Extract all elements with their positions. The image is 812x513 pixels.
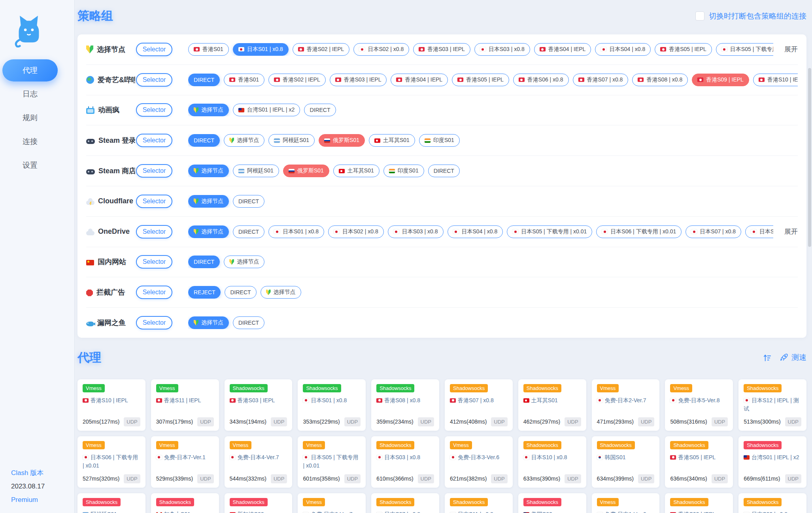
selector-type-button[interactable]: Selector — [136, 43, 172, 56]
proxy-chip[interactable]: DIRECT — [225, 286, 256, 299]
sidebar-item-设置[interactable]: 设置 — [2, 154, 58, 176]
proxy-chip[interactable]: 香港S06 | x0.8 — [513, 74, 569, 86]
proxy-chip[interactable]: 香港S08 | x0.8 — [632, 74, 688, 86]
selector-type-button[interactable]: Selector — [136, 286, 172, 299]
proxy-card[interactable]: Shadowsocks 日本S07 | x0.8 UDP — [371, 493, 439, 513]
proxy-chip[interactable]: 香港S05 | IEPL — [452, 74, 509, 86]
proxy-chip[interactable]: 阿根廷S01 — [233, 165, 279, 177]
proxy-card[interactable]: Vmess 香港S11 | IEPL 307ms(179ms) UDP — [151, 379, 219, 431]
proxy-chip[interactable]: DIRECT — [233, 195, 264, 208]
interrupt-checkbox[interactable] — [695, 11, 704, 21]
proxy-chip[interactable]: 日本S02 | x0.8 — [353, 43, 409, 56]
proxy-card[interactable]: Vmess 日本S05 | 下载专用 | x0.01 601ms(358ms) … — [298, 436, 366, 488]
proxy-card[interactable]: Shadowsocks 日本S01 | x0.8 353ms(229ms) UD… — [298, 379, 366, 431]
selector-type-button[interactable]: Selector — [136, 164, 172, 178]
proxy-card[interactable]: Shadowsocks 台湾S01 | IEPL | x2 669ms(611m… — [738, 436, 806, 488]
selector-type-button[interactable]: Selector — [136, 195, 172, 208]
proxy-card[interactable]: Shadowsocks 香港S05 | IEPL 636ms(340ms) UD… — [665, 436, 733, 488]
proxy-chip[interactable]: 日本S04 | x0.8 — [448, 225, 503, 238]
proxy-chip[interactable]: 选择节点 — [188, 225, 229, 238]
proxy-chip[interactable]: 日本S02 | x0.8 — [328, 225, 384, 238]
proxy-chip[interactable]: 印度S01 — [383, 165, 424, 177]
proxy-card[interactable]: Vmess 香港S10 | IEPL 205ms(127ms) UDP — [77, 379, 145, 431]
proxy-card[interactable]: Vmess 免费-日本4-Ver.7 544ms(332ms) UDP — [225, 436, 293, 488]
proxy-chip[interactable]: 香港S03 | IEPL — [330, 74, 387, 86]
proxy-chip[interactable]: 选择节点 — [261, 286, 301, 299]
selector-type-button[interactable]: Selector — [136, 316, 172, 329]
proxy-chip[interactable]: DIRECT — [428, 165, 460, 177]
proxy-card[interactable]: Shadowsocks 香港S08 | x0.8 359ms(234ms) UD… — [371, 379, 439, 431]
proxy-chip[interactable]: 香港S03 | IEPL — [413, 43, 470, 56]
proxy-chip[interactable]: 日本S04 | x0.8 — [595, 43, 651, 56]
proxy-card[interactable]: Shadowsocks 日本S02 | x0.8 UDP — [738, 493, 806, 513]
proxy-chip[interactable]: 香港S02 | IEPL — [268, 74, 326, 86]
proxy-card[interactable]: Shadowsocks 韩国S01 634ms(399ms) UDP — [592, 436, 660, 488]
expand-button[interactable]: 展开 — [773, 45, 798, 54]
proxy-chip[interactable]: 香港S04 | IEPL — [534, 43, 591, 56]
proxy-card[interactable]: Vmess 免费-日本2-Ver.7 471ms(293ms) UDP — [592, 379, 660, 431]
proxy-chip[interactable]: DIRECT — [188, 134, 220, 147]
proxy-chip[interactable]: 选择节点 — [224, 134, 264, 147]
selector-type-button[interactable]: Selector — [136, 134, 172, 147]
sidebar-item-连接[interactable]: 连接 — [2, 131, 58, 153]
proxy-chip[interactable]: 日本S07 | x0.8 — [685, 225, 741, 238]
proxy-chip[interactable]: DIRECT — [233, 316, 264, 329]
proxy-chip[interactable]: DIRECT — [188, 256, 220, 268]
sidebar-item-日志[interactable]: 日志 — [2, 83, 58, 105]
proxy-chip[interactable]: DIRECT — [304, 104, 336, 116]
proxy-chip[interactable]: 日本S01 | x0.8 — [233, 43, 289, 56]
expand-button[interactable]: 展开 — [773, 227, 798, 236]
proxy-chip[interactable]: 日本S01 | x0.8 — [268, 225, 324, 238]
proxy-chip[interactable]: 选择节点 — [188, 316, 229, 329]
proxy-card[interactable]: Vmess 免费-日本1-Ver.6 UDP — [592, 493, 660, 513]
proxy-card[interactable]: Shadowsocks 日本S12 | IEPL | 测试 513ms(300m… — [738, 379, 806, 431]
proxy-chip[interactable]: 香港S07 | x0.8 — [573, 74, 629, 86]
proxy-card[interactable]: Shadowsocks 香港S02 | IEPL UDP — [665, 493, 733, 513]
proxy-chip[interactable]: 日本S03 | x0.8 — [474, 43, 530, 56]
proxy-chip[interactable]: 香港S10 | IEPL — [753, 74, 798, 86]
proxy-chip[interactable]: 土耳其S01 — [333, 165, 380, 177]
proxy-card[interactable]: Shadowsocks 日本S10 | x0.8 633ms(390ms) UD… — [518, 436, 586, 488]
proxy-card[interactable]: Vmess 免费-日本7-Ver.1 529ms(339ms) UDP — [151, 436, 219, 488]
proxy-card[interactable]: Shadowsocks 日本S03 | x0.8 610ms(366ms) UD… — [371, 436, 439, 488]
proxy-card[interactable]: Shadowsocks 香港S07 | x0.8 412ms(408ms) UD… — [445, 379, 513, 431]
proxy-chip[interactable]: 日本S05 | 下载专用 | x0.01 — [716, 43, 773, 56]
proxy-chip[interactable]: 日本S03 | x0.8 — [388, 225, 444, 238]
proxy-card[interactable]: Vmess 免费-日本5-Ver.8 508ms(316ms) UDP — [665, 379, 733, 431]
proxy-card[interactable]: Vmess 免费-日本6-Ver.7 UDP — [298, 493, 366, 513]
proxy-card[interactable]: Shadowsocks 日本S11 | x0.8 UDP — [445, 493, 513, 513]
proxy-chip[interactable]: DIRECT — [233, 225, 264, 238]
proxy-card[interactable]: Shadowsocks 土耳其S01 462ms(297ms) UDP — [518, 379, 586, 431]
proxy-chip[interactable]: 俄罗斯S01 — [319, 134, 365, 147]
selector-type-button[interactable]: Selector — [136, 103, 172, 117]
proxy-chip[interactable]: 台湾S01 | IEPL | x2 — [233, 104, 300, 116]
proxy-card[interactable]: Shadowsocks 新加坡S02 UDP — [225, 493, 293, 513]
proxy-card[interactable]: Shadowsocks 加拿大S01 UDP — [151, 493, 219, 513]
proxy-chip[interactable]: 日本S05 | 下载专用 | x0.01 — [507, 225, 592, 238]
proxy-chip[interactable]: 日本S08 | x0.8 — [745, 225, 773, 238]
proxy-card[interactable]: Shadowsocks 阿根廷S01 UDP — [77, 493, 145, 513]
proxy-chip[interactable]: 选择节点 — [188, 104, 229, 116]
selector-type-button[interactable]: Selector — [136, 73, 172, 87]
selector-type-button[interactable]: Selector — [136, 225, 172, 239]
proxy-card[interactable]: Shadowsocks 美国S02 UDP — [518, 493, 586, 513]
selector-type-button[interactable]: Selector — [136, 255, 172, 269]
proxy-chip[interactable]: 选择节点 — [188, 165, 229, 177]
scrollbar-thumb[interactable] — [808, 68, 811, 247]
proxy-chip[interactable]: DIRECT — [188, 74, 220, 86]
proxy-chip[interactable]: 香港S01 — [224, 74, 264, 86]
proxy-chip[interactable]: 香港S09 | IEPL — [692, 74, 749, 86]
proxy-chip[interactable]: 香港S04 | IEPL — [391, 74, 448, 86]
speedtest-button[interactable]: 测速 — [780, 352, 806, 363]
proxy-chip[interactable]: 俄罗斯S01 — [283, 165, 329, 177]
proxy-chip[interactable]: 香港S01 — [188, 43, 229, 56]
proxy-chip[interactable]: 香港S05 | IEPL — [655, 43, 712, 56]
interrupt-connections-toggle[interactable]: 切换时打断包含策略组的连接 — [695, 11, 806, 21]
premium-link[interactable]: Premium — [11, 493, 45, 507]
proxy-chip[interactable]: 阿根廷S01 — [268, 134, 315, 147]
proxy-chip[interactable]: REJECT — [188, 286, 221, 299]
proxy-card[interactable]: Shadowsocks 香港S03 | IEPL 343ms(194ms) UD… — [225, 379, 293, 431]
sort-icon[interactable] — [763, 353, 772, 362]
proxy-chip[interactable]: 选择节点 — [224, 256, 264, 268]
proxy-card[interactable]: Vmess 日本S06 | 下载专用 | x0.01 527ms(320ms) … — [77, 436, 145, 488]
